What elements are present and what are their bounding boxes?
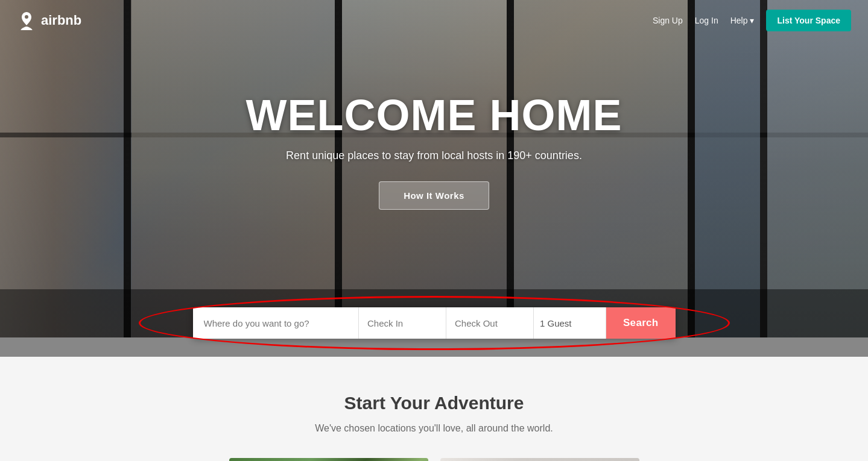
adventure-subtitle: We've chosen locations you'll love, all … (12, 423, 856, 434)
how-it-works-button[interactable]: How It Works (379, 181, 489, 210)
list-space-button[interactable]: List Your Space (766, 10, 851, 31)
nav-right: Sign Up Log In Help ▾ List Your Space (653, 10, 851, 31)
search-button[interactable]: Search (606, 307, 676, 339)
adventure-title: Start Your Adventure (12, 393, 856, 413)
brand-name: airbnb (41, 13, 81, 28)
help-label: Help (730, 16, 748, 25)
search-form: 1 Guest 2 Guests 3 Guests 4 Guests 5+ Gu… (193, 307, 676, 339)
search-bar-wrapper: 1 Guest 2 Guests 3 Guests 4 Guests 5+ Gu… (193, 307, 676, 339)
hero-title: WELCOME HOME (246, 92, 622, 139)
search-section: 1 Guest 2 Guests 3 Guests 4 Guests 5+ Gu… (0, 289, 868, 357)
help-arrow-icon: ▾ (750, 16, 754, 25)
guests-select[interactable]: 1 Guest 2 Guests 3 Guests 4 Guests 5+ Gu… (534, 307, 606, 339)
hero-content: WELCOME HOME Rent unique places to stay … (0, 0, 868, 337)
checkout-input[interactable] (446, 307, 534, 339)
destination-card-2[interactable] (440, 458, 639, 461)
help-menu[interactable]: Help ▾ (730, 16, 755, 25)
destination-card-1[interactable] (229, 458, 428, 461)
site-header: airbnb Sign Up Log In Help ▾ List Your S… (0, 0, 868, 41)
destination-cards-row (12, 458, 856, 461)
hero-section: airbnb Sign Up Log In Help ▾ List Your S… (0, 0, 868, 337)
airbnb-logo-icon (17, 11, 36, 30)
checkin-input[interactable] (359, 307, 446, 339)
below-hero-section: Start Your Adventure We've chosen locati… (0, 357, 868, 461)
hero-subtitle: Rent unique places to stay from local ho… (286, 149, 582, 162)
logo-link[interactable]: airbnb (17, 11, 81, 30)
signup-button[interactable]: Sign Up (653, 16, 683, 25)
destination-input[interactable] (193, 307, 359, 339)
login-button[interactable]: Log In (695, 16, 718, 25)
